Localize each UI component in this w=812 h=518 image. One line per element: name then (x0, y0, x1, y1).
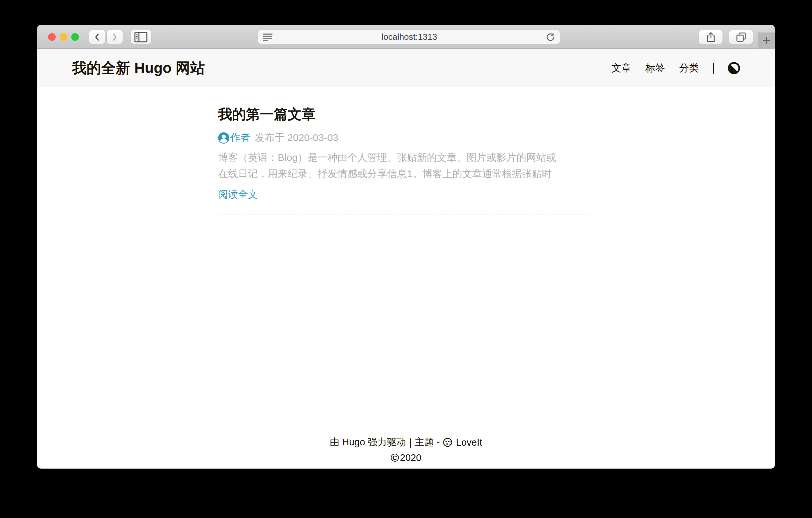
site-title-link[interactable]: 我的全新 Hugo 网站 (72, 58, 205, 78)
chevron-right-icon (111, 33, 119, 42)
copyright-icon: © (391, 452, 399, 463)
post-summary: 博客（英语：Blog）是一种由个人管理、张贴新的文章、图片或影片的网站或 在线日… (218, 149, 594, 182)
publish-prefix: 发布于 (255, 132, 285, 143)
zoom-icon[interactable] (71, 33, 79, 41)
back-button[interactable] (89, 30, 106, 44)
webpage: 我的全新 Hugo 网站 文章 标签 分类 我的第一篇文章 (37, 49, 775, 468)
author-link[interactable]: 作者 (230, 131, 250, 144)
close-icon[interactable] (48, 33, 56, 41)
user-circle-icon (218, 132, 229, 144)
forward-button[interactable] (106, 30, 123, 44)
share-icon (706, 32, 716, 43)
refresh-icon[interactable] (546, 32, 555, 42)
footer-separator: | (409, 437, 412, 448)
site-nav: 文章 标签 分类 (611, 61, 740, 75)
post-divider (218, 214, 594, 215)
reader-icon[interactable] (263, 33, 273, 41)
summary-line: 博客（英语：Blog）是一种由个人管理、张贴新的文章、图片或影片的网站或 (218, 149, 594, 165)
footer-powered-line: 由 Hugo 强力驱动 | 主题 - LoveIt (37, 436, 775, 449)
kiss-wink-heart-icon (443, 437, 453, 448)
powered-by-text: 由 Hugo 强力驱动 (330, 436, 406, 449)
new-tab-button[interactable]: + (758, 32, 775, 49)
nav-item-tags[interactable]: 标签 (645, 61, 665, 75)
theme-toggle-icon[interactable] (728, 62, 740, 74)
post-meta: 作者 发布于 2020-03-03 (218, 131, 594, 144)
theme-link[interactable]: LoveIt (456, 437, 482, 448)
safari-window: localhost:1313 (37, 25, 775, 469)
nav-item-posts[interactable]: 文章 (611, 61, 631, 75)
site-footer: 由 Hugo 强力驱动 | 主题 - LoveIt © 2020 (37, 436, 775, 468)
publish-info: 发布于 2020-03-03 (255, 131, 338, 144)
publish-date: 2020-03-03 (287, 132, 338, 143)
footer-copyright-line: © 2020 (37, 452, 775, 463)
minimize-icon[interactable] (60, 33, 67, 41)
post-summary-card: 我的第一篇文章 作者 发布于 2020-03-03 (218, 105, 594, 215)
nav-separator (713, 63, 714, 74)
read-more-link[interactable]: 阅读全文 (218, 188, 258, 201)
share-button[interactable] (699, 30, 723, 44)
address-bar[interactable]: localhost:1313 (258, 30, 560, 44)
copyright-year: 2020 (400, 452, 422, 463)
sidebar-toggle-button[interactable] (130, 30, 151, 44)
post-title-link[interactable]: 我的第一篇文章 (218, 105, 594, 124)
window-controls (48, 33, 79, 41)
nav-item-categories[interactable]: 分类 (679, 61, 699, 75)
content-area: 我的第一篇文章 作者 发布于 2020-03-03 (218, 87, 594, 436)
theme-prefix-text: 主题 - (415, 436, 440, 449)
tab-overview-icon (736, 32, 746, 42)
sidebar-toggle-icon (134, 32, 147, 43)
summary-line: 在线日记，用来纪录、抒发情感或分享信息1。博客上的文章通常根据张贴时 (218, 165, 594, 182)
browser-toolbar: localhost:1313 (37, 25, 775, 49)
chevron-left-icon (93, 33, 101, 42)
plus-icon: + (763, 33, 771, 49)
url-text[interactable]: localhost:1313 (273, 32, 546, 42)
tab-overview-button[interactable] (729, 30, 753, 44)
site-header: 我的全新 Hugo 网站 文章 标签 分类 (37, 49, 775, 87)
